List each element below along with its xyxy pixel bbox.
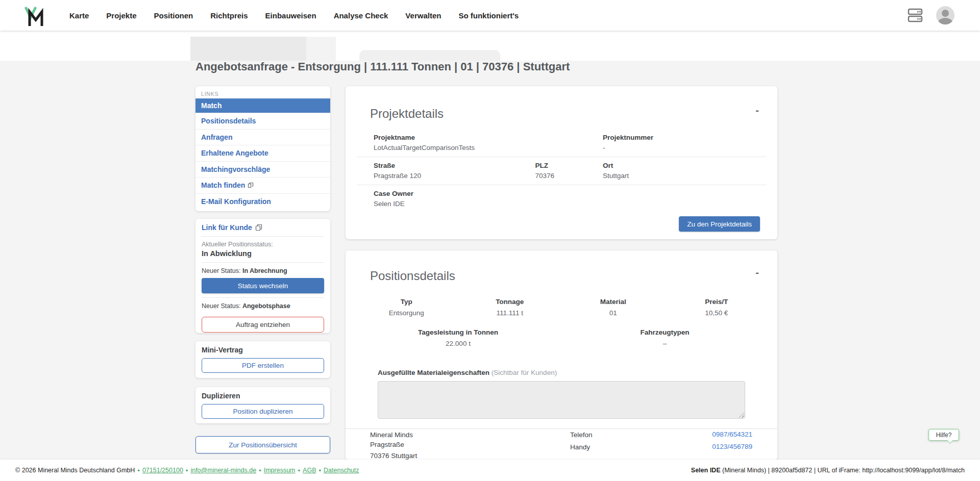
footer-separator: • [298, 467, 301, 474]
field-typ: Typ Entsorgung [355, 297, 458, 318]
main-nav: Karte Projekte Positionen Richtpreis Ein… [69, 0, 519, 31]
user-avatar-icon[interactable] [936, 6, 954, 24]
material-properties-label: Ausgefüllte Materialeigenschaften (Sicht… [378, 369, 557, 376]
contact-street: Pragstraße [370, 440, 404, 449]
field-label: Tonnage [458, 297, 562, 307]
mineral-minds-logo[interactable] [22, 4, 46, 27]
field-strasse: Straße Pragstraße 120 [374, 161, 535, 181]
customer-link-label: Link für Kunde [202, 223, 252, 232]
footer-user-name: Selen IDE [691, 467, 721, 474]
collapse-icon[interactable]: - [755, 105, 759, 115]
sidebar-item-anfragen[interactable]: Anfragen [195, 129, 330, 145]
field-label: Material [561, 297, 665, 307]
field-label: Case Owner [374, 189, 749, 198]
sidebar-item-label: Match finden [201, 181, 245, 189]
page-title: Angebotsanfrage - Entsorgung | 111.111 T… [195, 60, 570, 74]
sidebar-item-match[interactable]: Match [195, 98, 330, 113]
positionsdetails-card: Positionsdetails - Typ Entsorgung Tonnag… [346, 250, 777, 460]
field-projektnummer: Projektnummer - [603, 133, 749, 153]
footer-link-phone[interactable]: 07151/250100 [142, 467, 183, 474]
footer-session-details: (Mineral Minds) | 89200af5d872 | URL of … [722, 467, 965, 474]
field-label: Tagesleistung in Tonnen [355, 328, 561, 337]
field-label: Ort [603, 161, 749, 170]
status-wechseln-button[interactable]: Status wechseln [202, 278, 324, 293]
field-plz: PLZ 70376 [535, 161, 602, 181]
current-status-value: In Abwicklung [202, 249, 324, 258]
footer-separator: • [259, 467, 261, 474]
resize-grip-icon[interactable] [739, 412, 744, 418]
field-value: 01 [561, 309, 665, 318]
contact-mobile-link[interactable]: 0123/456789 [712, 442, 752, 451]
material-properties-hint: (Sichtbar für Kunden) [492, 369, 557, 376]
contact-phone-link[interactable]: 0987/654321 [712, 430, 752, 439]
nav-item-projekte[interactable]: Projekte [106, 11, 136, 20]
zur-positionsuebersicht-button[interactable]: Zur Positionsübersicht [195, 436, 330, 453]
field-label: PLZ [535, 161, 602, 170]
nav-item-einbauweisen[interactable]: Einbauweisen [265, 11, 316, 20]
field-tagesleistung: Tagesleistung in Tonnen 22.000 t [355, 328, 561, 348]
sidebar-item-positionsdetails[interactable]: Positionsdetails [195, 113, 330, 129]
customer-link[interactable]: Link für Kunde [202, 219, 324, 237]
field-value: 22.000 t [355, 339, 561, 348]
external-link-icon [248, 182, 254, 188]
zu-den-projektdetails-button[interactable]: Zu den Projektdetails [679, 216, 760, 232]
footer-link-impressum[interactable]: Impressum [264, 467, 296, 474]
field-value: 10,50 € [665, 309, 769, 318]
sidebar-item-email-konfiguration[interactable]: E-Mail Konfiguration [195, 193, 330, 210]
next-status-line-2: Neuer Status: Angebotsphase [202, 298, 324, 313]
footer-link-agb[interactable]: AGB [303, 467, 316, 474]
projektdetails-title: Projektdetails [370, 106, 444, 121]
position-duplizieren-button[interactable]: Position duplizieren [202, 404, 324, 419]
field-label: Projektnummer [603, 133, 749, 142]
footer-link-datenschutz[interactable]: Datenschutz [324, 467, 359, 474]
field-value: Pragstraße 120 [374, 171, 535, 181]
pdf-erstellen-button[interactable]: PDF erstellen [202, 358, 324, 373]
table-row: Straße Pragstraße 120 PLZ 70376 Ort Stut… [357, 157, 766, 185]
links-card-header: LINKS [195, 86, 330, 98]
contact-company: Mineral Minds [370, 431, 413, 439]
top-navigation-bar: Karte Projekte Positionen Richtpreis Ein… [0, 0, 980, 31]
field-value: 111.111 t [458, 309, 562, 318]
header-right-icons [906, 0, 954, 31]
field-label: Preis/T [665, 297, 769, 307]
help-button[interactable]: Hilfe? [928, 429, 959, 441]
sidebar-item-erhaltene-angebote[interactable]: Erhaltene Angebote [195, 145, 330, 161]
divider [346, 428, 777, 429]
sidebar-item-label: Anfragen [201, 133, 232, 141]
sidebar-item-label: Match [201, 102, 222, 110]
nav-item-analyse-check[interactable]: Analyse Check [334, 11, 388, 20]
avatar-head [942, 10, 949, 17]
field-value: Selen IDE [374, 199, 749, 209]
contact-city: 70376 Stuttgart [370, 451, 417, 460]
material-properties-textarea[interactable] [378, 381, 745, 419]
collapse-icon[interactable]: - [755, 267, 759, 277]
nav-item-positionen[interactable]: Positionen [154, 11, 193, 20]
footer-separator: • [137, 467, 140, 474]
nav-item-richtpreis[interactable]: Richtpreis [210, 11, 248, 20]
sidebar-item-label: Matchingvorschläge [201, 165, 270, 173]
footer: © 2026 Mineral Minds Deutschland GmbH • … [0, 460, 980, 481]
table-row: Projektname LotActualTargetComparisonTes… [357, 129, 766, 157]
nav-item-verwalten[interactable]: Verwalten [405, 11, 441, 20]
projektdetails-table: Projektname LotActualTargetComparisonTes… [357, 129, 766, 213]
contact-mobile-label: Handy [570, 443, 590, 451]
field-material: Material 01 [561, 297, 665, 318]
sidebar-item-matchingvorschlaege[interactable]: Matchingvorschläge [195, 161, 330, 178]
copy-icon [255, 224, 262, 231]
field-label: Projektname [374, 133, 603, 142]
scrolled-placeholder-block [359, 50, 500, 61]
field-tonnage: Tonnage 111.111 t [458, 297, 562, 318]
field-label: Straße [374, 161, 535, 170]
footer-link-email[interactable]: info@mineral-minds.de [190, 467, 256, 474]
field-value: Entsorgung [355, 309, 458, 318]
field-projektname: Projektname LotActualTargetComparisonTes… [374, 133, 603, 153]
status-card: Link für Kunde Aktueller Positionsstatus… [195, 219, 330, 333]
next-status-line-1: Neuer Status: In Abrechnung [202, 263, 324, 278]
field-label: Fahrzeugtypen [561, 328, 768, 337]
nav-item-so-funktionierts[interactable]: So funktioniert's [458, 11, 519, 20]
sidebar-item-match-finden[interactable]: Match finden [195, 177, 330, 193]
server-stack-icon[interactable] [906, 7, 924, 23]
position-summary-row: Typ Entsorgung Tonnage 111.111 t Materia… [355, 297, 768, 318]
auftrag-entziehen-button[interactable]: Auftrag entziehen [202, 317, 324, 333]
nav-item-karte[interactable]: Karte [69, 11, 89, 20]
